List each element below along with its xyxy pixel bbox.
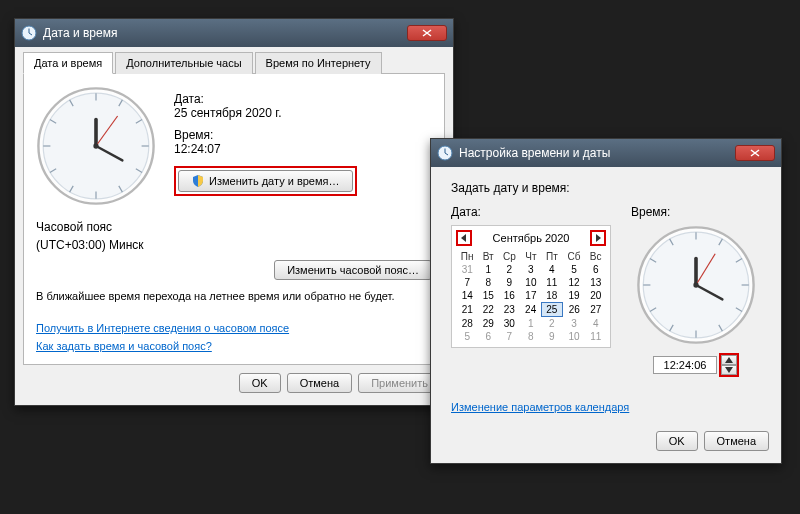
calendar-dow: Пт — [541, 250, 562, 263]
calendar-day[interactable]: 17 — [521, 289, 542, 303]
dialog-buttons: OK Отмена — [439, 423, 773, 455]
calendar-day[interactable]: 10 — [563, 330, 586, 343]
cancel-button[interactable]: Отмена — [704, 431, 769, 451]
tab-additional-clocks[interactable]: Дополнительные часы — [115, 52, 252, 74]
date-label: Дата: — [174, 92, 432, 106]
calendar-day[interactable]: 9 — [541, 330, 562, 343]
prompt: Задать дату и время: — [451, 181, 761, 195]
calendar: Сентябрь 2020 ПнВтСрЧтПтСбВс 31123456789… — [451, 225, 611, 348]
calendar-day[interactable]: 14 — [456, 289, 478, 303]
change-datetime-button[interactable]: Изменить дату и время… — [178, 170, 353, 192]
calendar-day[interactable]: 2 — [498, 263, 521, 276]
calendar-day[interactable]: 4 — [541, 263, 562, 276]
calendar-day[interactable]: 7 — [456, 276, 478, 289]
panel-datetime: Дата: 25 сентября 2020 г. Время: 12:24:0… — [23, 74, 445, 365]
calendar-dow: Сб — [563, 250, 586, 263]
calendar-day[interactable]: 3 — [563, 317, 586, 331]
shield-icon — [191, 174, 205, 188]
dst-note: В ближайшее время перехода на летнее вре… — [36, 290, 432, 302]
calendar-day[interactable]: 24 — [521, 303, 542, 317]
title-text: Дата и время — [43, 26, 407, 40]
titlebar[interactable]: Настройка времени и даты — [431, 139, 781, 167]
link-timezone-info[interactable]: Получить в Интернете сведения о часовом … — [36, 322, 432, 334]
time-input[interactable] — [653, 356, 717, 374]
time-spinner — [719, 353, 739, 377]
calendar-day[interactable]: 25 — [541, 303, 562, 317]
link-calendar-settings[interactable]: Изменение параметров календаря — [451, 401, 761, 413]
change-timezone-button[interactable]: Изменить часовой пояс… — [274, 260, 432, 280]
calendar-day[interactable]: 30 — [498, 317, 521, 331]
calendar-day[interactable]: 16 — [498, 289, 521, 303]
calendar-dow: Вс — [585, 250, 606, 263]
calendar-day[interactable]: 27 — [585, 303, 606, 317]
analog-clock — [636, 225, 756, 345]
calendar-month[interactable]: Сентябрь 2020 — [493, 232, 570, 244]
time-label: Время: — [174, 128, 432, 142]
calendar-dow: Пн — [456, 250, 478, 263]
close-button[interactable] — [735, 145, 775, 161]
link-howto[interactable]: Как задать время и часовой пояс? — [36, 340, 432, 352]
calendar-day[interactable]: 4 — [585, 317, 606, 331]
calendar-day[interactable]: 15 — [478, 289, 498, 303]
ok-button[interactable]: OK — [656, 431, 698, 451]
calendar-day[interactable]: 28 — [456, 317, 478, 331]
calendar-day[interactable]: 5 — [456, 330, 478, 343]
calendar-day[interactable]: 19 — [563, 289, 586, 303]
timezone-value: (UTC+03:00) Минск — [36, 238, 432, 252]
calendar-day[interactable]: 7 — [498, 330, 521, 343]
close-button[interactable] — [407, 25, 447, 41]
calendar-day[interactable]: 6 — [478, 330, 498, 343]
calendar-day[interactable]: 9 — [498, 276, 521, 289]
date-label: Дата: — [451, 205, 611, 219]
calendar-day[interactable]: 1 — [478, 263, 498, 276]
calendar-day[interactable]: 22 — [478, 303, 498, 317]
datetime-settings-window: Настройка времени и даты Задать дату и в… — [430, 138, 782, 464]
tabs: Дата и время Дополнительные часы Время п… — [23, 51, 445, 74]
calendar-day[interactable]: 8 — [521, 330, 542, 343]
time-spin-up[interactable] — [721, 355, 737, 365]
calendar-day[interactable]: 3 — [521, 263, 542, 276]
change-datetime-label: Изменить дату и время… — [209, 175, 340, 187]
time-spin-down[interactable] — [721, 365, 737, 375]
svg-point-20 — [93, 143, 98, 148]
calendar-day[interactable]: 29 — [478, 317, 498, 331]
calendar-grid: ПнВтСрЧтПтСбВс 3112345678910111213141516… — [456, 250, 606, 343]
calendar-day[interactable]: 31 — [456, 263, 478, 276]
calendar-day[interactable]: 11 — [585, 330, 606, 343]
title-text: Настройка времени и даты — [459, 146, 735, 160]
calendar-day[interactable]: 13 — [585, 276, 606, 289]
calendar-dow: Ср — [498, 250, 521, 263]
calendar-day[interactable]: 18 — [541, 289, 562, 303]
date-value: 25 сентября 2020 г. — [174, 106, 432, 120]
calendar-day[interactable]: 12 — [563, 276, 586, 289]
calendar-day[interactable]: 26 — [563, 303, 586, 317]
timezone-label: Часовой пояс — [36, 220, 432, 234]
titlebar[interactable]: Дата и время — [15, 19, 453, 47]
cancel-button[interactable]: Отмена — [287, 373, 352, 393]
calendar-day[interactable]: 11 — [541, 276, 562, 289]
date-time-window: Дата и время Дата и время Дополнительные… — [14, 18, 454, 406]
calendar-dow: Вт — [478, 250, 498, 263]
ok-button[interactable]: OK — [239, 373, 281, 393]
next-month-button[interactable] — [590, 230, 606, 246]
calendar-day[interactable]: 1 — [521, 317, 542, 331]
calendar-day[interactable]: 6 — [585, 263, 606, 276]
tab-internet-time[interactable]: Время по Интернету — [255, 52, 382, 74]
prev-month-button[interactable] — [456, 230, 472, 246]
clock-icon — [21, 25, 37, 41]
apply-button[interactable]: Применить — [358, 373, 441, 393]
calendar-day[interactable]: 21 — [456, 303, 478, 317]
calendar-day[interactable]: 23 — [498, 303, 521, 317]
calendar-day[interactable]: 2 — [541, 317, 562, 331]
calendar-day[interactable]: 10 — [521, 276, 542, 289]
time-label: Время: — [631, 205, 670, 219]
dialog-buttons: OK Отмена Применить — [23, 365, 445, 397]
calendar-dow: Чт — [521, 250, 542, 263]
highlight-change-datetime: Изменить дату и время… — [174, 166, 357, 196]
svg-point-41 — [693, 282, 698, 287]
calendar-day[interactable]: 20 — [585, 289, 606, 303]
calendar-day[interactable]: 5 — [563, 263, 586, 276]
tab-datetime[interactable]: Дата и время — [23, 52, 113, 74]
clock-icon — [437, 145, 453, 161]
calendar-day[interactable]: 8 — [478, 276, 498, 289]
